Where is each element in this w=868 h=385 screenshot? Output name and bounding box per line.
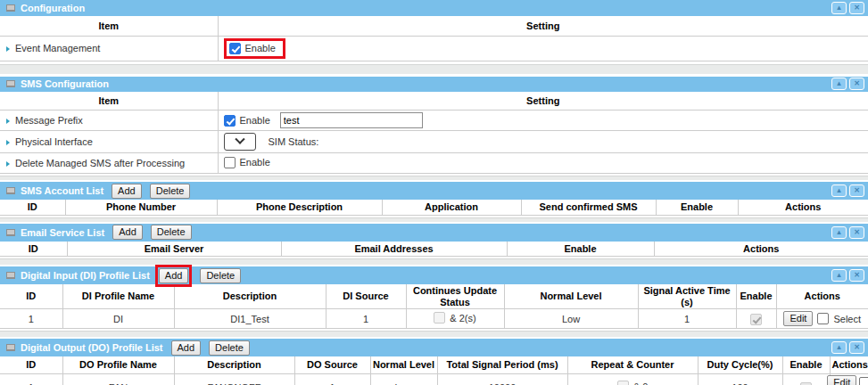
column-header-phone-number: Phone Number [65,200,217,215]
physical-interface-setting-cell: SIM Status: [218,131,868,153]
di-edit-button[interactable]: Edit [783,311,813,326]
do-profile-list-title: Digital Output (DO) Profile List [21,342,163,353]
email-service-delete-button[interactable]: Delete [151,225,192,240]
di-row-name: DI [62,309,174,329]
column-header-enable: Enable [656,200,738,215]
sms-configuration-table: Item Setting Message Prefix Enable Physi… [0,92,868,175]
sms-account-add-button[interactable]: Add [112,184,142,199]
column-header-email-server: Email Server [67,242,281,257]
repeat-counter-checkbox [617,381,629,385]
item-arrow-icon [6,161,10,167]
column-header-di-profile-name: DI Profile Name [62,284,174,309]
do-row-source: 1 [294,373,370,385]
column-header-email-addresses: Email Addresses [281,242,507,257]
collapse-icon[interactable]: ▴ [831,2,847,14]
item-column-header: Item [0,16,218,36]
sms-account-list-title: SMS Account List [21,185,103,196]
column-header-normal-level: Normal Level [370,356,437,373]
collapse-icon[interactable]: ▴ [831,341,847,354]
di-row-description: DI1_Test [174,309,326,329]
do-row-actions-cell: Edit Select [830,373,868,385]
sms-configuration-header-bar: SMS Configuration ▴ ✕ [0,77,868,92]
column-header-normal-level: Normal Level [504,284,638,309]
physical-interface-label: Physical Interface [15,136,93,147]
column-header-id: ID [0,356,62,373]
configuration-table: Item Setting Event Management Enable [0,16,868,61]
collapse-icon[interactable]: ▴ [831,226,847,239]
column-header-continues-update-status: Continues Update Status [406,284,504,309]
chevron-down-icon [235,135,244,144]
message-prefix-enable-checkbox[interactable] [224,115,236,127]
do-profile-delete-button[interactable]: Delete [209,340,250,356]
close-icon[interactable]: ✕ [849,341,864,354]
column-header-id: ID [0,284,62,309]
column-header-id: ID [0,200,65,215]
red-highlight-box: Enable [224,38,285,59]
di-row-enable-cell [736,309,776,329]
close-icon[interactable]: ✕ [849,226,864,239]
window-controls: ▴ ✕ [831,78,864,90]
di-row-id: 1 [0,309,62,329]
red-highlight-box: Add [155,265,193,287]
column-header-total-signal-period: Total Signal Period (ms) [437,356,567,373]
di-row-source: 1 [326,309,406,329]
column-header-description: Description [174,284,326,309]
sms-account-list-table: ID Phone Number Phone Description Applic… [0,200,868,216]
do-edit-button[interactable]: Edit [827,375,856,385]
item-arrow-icon [6,119,10,124]
window-controls: ▴ ✕ [831,184,864,197]
sim-status-label: SIM Status: [269,136,319,147]
event-management-label-cell: Event Management [0,36,218,61]
di-profile-delete-button[interactable]: Delete [200,268,241,283]
do-profile-row: 1 FAN FANONOFF 1 Low 10000 & 0 100 Edit [0,373,868,385]
event-management-enable-checkbox[interactable] [229,43,241,54]
panel-icon [6,4,15,12]
close-icon[interactable]: ✕ [849,269,864,282]
setting-column-header: Setting [218,16,868,36]
column-header-do-profile-name: DO Profile Name [62,356,174,373]
window-controls: ▴ ✕ [831,2,864,14]
do-profile-list-table: ID DO Profile Name Description DO Source… [0,356,868,385]
message-prefix-input[interactable] [280,112,423,128]
panel-icon [6,187,15,194]
section-divider [0,176,868,180]
collapse-icon[interactable]: ▴ [831,184,847,197]
do-select-checkbox[interactable] [859,377,868,385]
email-service-add-button[interactable]: Add [112,225,143,240]
column-header-repeat-counter: Repeat & Counter [567,356,698,373]
sms-account-delete-button[interactable]: Delete [150,184,191,199]
column-header-do-source: DO Source [294,356,370,373]
collapse-icon[interactable]: ▴ [831,269,847,282]
panel-icon [6,229,15,236]
di-select-label: Select [833,314,861,324]
close-icon[interactable]: ✕ [849,184,864,197]
di-row-continues-update-cell: & 2(s) [406,309,504,329]
column-header-id: ID [0,242,67,257]
message-prefix-row: Message Prefix Enable [0,111,868,131]
do-row-duty-cycle: 100 [698,373,782,385]
event-management-setting-cell: Enable [218,36,868,61]
item-arrow-icon [6,46,10,52]
delete-managed-sms-setting-cell: Enable [218,153,868,174]
collapse-icon[interactable]: ▴ [831,78,847,90]
setting-column-header: Setting [218,92,868,111]
di-select-checkbox[interactable] [817,313,829,324]
email-service-list-header-bar: Email Service List Add Delete ▴ ✕ [0,224,868,242]
continues-update-value: & 2(s) [450,313,475,324]
email-service-list-title: Email Service List [21,227,104,238]
di-profile-add-button[interactable]: Add [159,268,189,283]
panel-icon [6,344,15,351]
window-controls: ▴ ✕ [831,341,864,354]
configuration-section: Configuration ▴ ✕ Item Setting Event Man… [0,0,868,61]
delete-managed-sms-enable-checkbox[interactable] [224,157,236,168]
section-divider [0,64,868,74]
message-prefix-label: Message Prefix [15,115,83,126]
close-icon[interactable]: ✕ [849,2,864,14]
do-row-description: FANONOFF [174,373,294,385]
physical-interface-select[interactable] [224,133,256,151]
column-header-send-confirmed-sms: Send confirmed SMS [521,200,656,215]
close-icon[interactable]: ✕ [849,78,864,90]
do-profile-add-button[interactable]: Add [171,340,202,356]
message-prefix-label-cell: Message Prefix [0,111,218,131]
panel-icon [6,272,15,279]
